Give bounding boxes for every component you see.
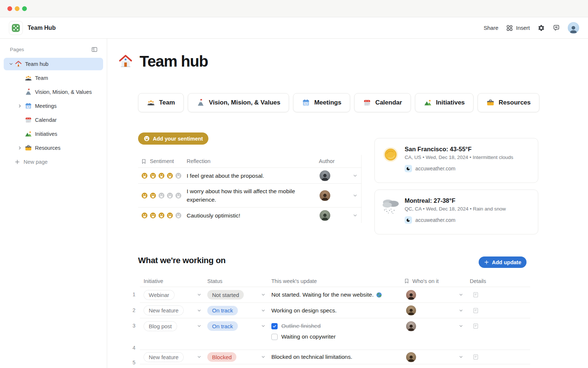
- nav-button-initiatives[interactable]: Initiatives: [415, 93, 473, 112]
- table-row[interactable]: Blog post On track Outline finished: [140, 318, 530, 350]
- rain-snow-icon: [381, 197, 400, 215]
- column-header-status[interactable]: Status: [207, 278, 271, 284]
- details-doc-icon[interactable]: [472, 354, 479, 360]
- sentiment-row[interactable]: I worry about how this will affect the m…: [138, 183, 361, 207]
- weather-card-montreal[interactable]: Montreal: 27-38°F QC, CA • Wed, Dec 18, …: [374, 190, 538, 234]
- sentiment-row[interactable]: Cautiously optimistic!: [138, 207, 361, 223]
- table-row[interactable]: New feature Blocked Blocked on technical…: [140, 350, 530, 364]
- row-number: 5: [131, 360, 137, 365]
- status-badge[interactable]: Blocked: [207, 352, 236, 362]
- row-number: 1: [131, 291, 137, 297]
- chevron-right-icon[interactable]: [16, 104, 24, 108]
- sidebar-item-vision-mision-values[interactable]: Vision, Mision, & Values: [4, 86, 103, 98]
- column-header-initiative[interactable]: Initiative: [140, 278, 207, 284]
- nav-button-resources[interactable]: Resources: [478, 93, 539, 112]
- chevron-down-icon[interactable]: [197, 293, 201, 297]
- working-table: 1 2 3 4 5 Initiative Status This week's …: [131, 275, 530, 364]
- sidebar-item-resources[interactable]: Resources: [4, 142, 103, 154]
- nav-button-meetings[interactable]: Meetings: [293, 93, 350, 112]
- insert-grid-icon: [506, 24, 513, 32]
- sentiment-face-icon: [158, 212, 165, 219]
- column-header-update[interactable]: This week's update: [271, 278, 404, 284]
- status-badge[interactable]: On track: [207, 321, 238, 331]
- chevron-down-icon[interactable]: [353, 213, 358, 218]
- chevron-down-icon[interactable]: [261, 324, 265, 328]
- page-title: Team hub: [140, 53, 208, 70]
- insert-button[interactable]: Insert: [506, 24, 530, 32]
- chevron-down-icon[interactable]: [261, 355, 265, 359]
- status-badge[interactable]: On track: [207, 306, 238, 315]
- chevron-down-icon[interactable]: [459, 308, 463, 313]
- chevron-down-icon[interactable]: [197, 324, 201, 328]
- nav-button-team[interactable]: Team: [138, 93, 184, 112]
- chevron-down-icon[interactable]: [197, 308, 201, 313]
- column-header-sentiment[interactable]: Sentiment: [150, 158, 174, 164]
- nav-button-vision-mision-values[interactable]: Vision, Mision, & Values: [188, 93, 289, 112]
- weather-source-link[interactable]: accuweather.com: [415, 166, 455, 171]
- sentiment-table-header: Sentiment Reflection Author: [138, 155, 361, 167]
- sidebar-item-meetings[interactable]: Meetings: [4, 100, 103, 112]
- zoom-window-button[interactable]: [22, 6, 27, 11]
- comments-icon[interactable]: [553, 24, 560, 32]
- settings-gear-icon[interactable]: [538, 24, 545, 32]
- collapse-sidebar-icon[interactable]: [91, 46, 98, 53]
- chevron-down-icon[interactable]: [197, 355, 201, 359]
- table-row[interactable]: Webinar Not started Not started. Waiting…: [140, 287, 530, 302]
- plus-icon: [484, 259, 489, 265]
- calendar-icon: [25, 116, 32, 124]
- author-avatar[interactable]: [320, 190, 330, 201]
- assignee-avatar[interactable]: [406, 321, 416, 331]
- author-avatar[interactable]: [320, 210, 330, 221]
- chevron-down-icon[interactable]: [7, 62, 15, 66]
- column-header-reflection[interactable]: Reflection: [187, 158, 316, 164]
- author-avatar[interactable]: [320, 170, 330, 181]
- chevron-down-icon[interactable]: [459, 324, 463, 328]
- weather-source-link[interactable]: accuweather.com: [415, 217, 455, 223]
- sentiment-score: [138, 172, 187, 179]
- assignee-avatar[interactable]: [406, 305, 416, 315]
- initiative-pill[interactable]: Blog post: [144, 321, 177, 331]
- sidebar-item-calendar[interactable]: Calendar: [4, 114, 103, 126]
- status-badge[interactable]: Not started: [207, 290, 244, 300]
- initiative-pill[interactable]: Webinar: [144, 290, 175, 300]
- user-avatar[interactable]: [568, 22, 579, 33]
- initiative-pill[interactable]: New feature: [144, 305, 184, 315]
- details-doc-icon[interactable]: [472, 323, 479, 329]
- chevron-down-icon[interactable]: [353, 173, 358, 178]
- initiative-pill[interactable]: New feature: [144, 352, 184, 362]
- chevron-down-icon[interactable]: [261, 293, 265, 297]
- column-header-details[interactable]: Details: [468, 278, 530, 284]
- weather-card-san-francisco[interactable]: San Francisco: 43-55°F CA, US • Wed, Dec…: [374, 138, 538, 183]
- assignee-avatar[interactable]: [406, 290, 416, 300]
- column-header-who[interactable]: Who's on it: [404, 278, 468, 284]
- add-sentiment-button[interactable]: Add your sentiment: [138, 132, 208, 145]
- new-page-button[interactable]: New page: [4, 156, 103, 168]
- chevron-down-icon[interactable]: [261, 308, 265, 313]
- assignee-avatar[interactable]: [406, 352, 416, 362]
- sidebar-item-team[interactable]: Team: [4, 72, 103, 84]
- sentiment-face-icon: [175, 212, 182, 219]
- chevron-down-icon[interactable]: [459, 355, 463, 359]
- sentiment-face-icon: [175, 192, 182, 199]
- plus-icon: [14, 159, 20, 165]
- table-row[interactable]: New feature On track Working on design s…: [140, 302, 530, 318]
- app-logo-icon: [9, 21, 23, 35]
- chevron-right-icon[interactable]: [16, 146, 24, 150]
- sidebar-item-team-hub[interactable]: Team hub: [4, 58, 103, 70]
- close-window-button[interactable]: [7, 6, 12, 11]
- chevron-down-icon[interactable]: [459, 293, 463, 297]
- checkbox-unchecked[interactable]: [271, 334, 278, 340]
- checkbox-checked[interactable]: [271, 323, 278, 329]
- sentiment-row[interactable]: I feel great about the proposal.: [138, 167, 361, 183]
- team-icon: [147, 99, 155, 107]
- sidebar-item-initiatives[interactable]: Initiatives: [4, 128, 103, 140]
- share-button[interactable]: Share: [483, 25, 498, 31]
- column-header-author[interactable]: Author: [316, 158, 361, 164]
- house-icon: [15, 60, 22, 68]
- minimize-window-button[interactable]: [15, 6, 20, 11]
- details-doc-icon[interactable]: [472, 291, 479, 298]
- details-doc-icon[interactable]: [472, 307, 479, 314]
- add-update-button[interactable]: Add update: [479, 256, 527, 268]
- nav-button-calendar[interactable]: Calendar: [354, 93, 411, 112]
- chevron-down-icon[interactable]: [353, 193, 358, 198]
